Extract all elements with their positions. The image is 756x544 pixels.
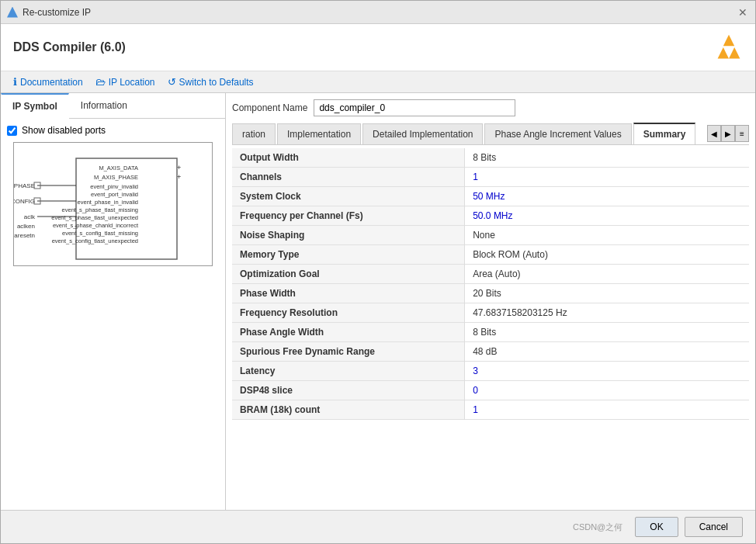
table-cell-value: 3 (465, 362, 749, 381)
table-cell-key: BRAM (18k) count (232, 400, 465, 420)
tab-phase-angle[interactable]: Phase Angle Increment Values (484, 123, 631, 144)
table-cell-key: Phase Angle Width (232, 323, 465, 342)
tabs-row: ration Implementation Detailed Implement… (232, 123, 749, 145)
xilinx-logo (715, 33, 743, 61)
show-disabled-ports-label: Show disabled ports (22, 125, 106, 136)
switch-to-defaults-label: Switch to Defaults (179, 77, 254, 88)
svg-text:event_port_invalid: event_port_invalid (91, 191, 138, 198)
svg-text:event_phase_in_invalid: event_phase_in_invalid (78, 199, 138, 206)
header: DDS Compiler (6.0) (1, 24, 755, 71)
table-cell-key: Frequency per Channel (Fs) (232, 206, 465, 226)
documentation-button[interactable]: ℹ Documentation (13, 76, 83, 88)
table-cell-value: 50.0 MHz (465, 206, 749, 226)
tab-ip-symbol[interactable]: IP Symbol (1, 93, 69, 119)
tab-menu-button[interactable]: ≡ (735, 125, 749, 142)
bottom-bar: CSDN@之何 OK Cancel (1, 510, 755, 543)
ip-symbol-svg: S_AXIS_PHASE S_AXIS_CONFIG aclk aclken a… (14, 143, 212, 266)
table-cell-value: 50 MHz (465, 187, 749, 206)
summary-content: Output Width8 BitsChannels1System Clock5… (232, 145, 749, 504)
table-cell-value: 1 (465, 168, 749, 187)
tab-nav: ◀ ▶ ≡ (707, 125, 749, 142)
table-cell-key: Output Width (232, 148, 465, 168)
ip-location-button[interactable]: 🗁 IP Location (95, 76, 155, 88)
info-icon: ℹ (13, 76, 17, 88)
table-cell-value: 20 Bits (465, 284, 749, 303)
table-row: Noise ShapingNone (232, 226, 749, 245)
table-row: Latency3 (232, 362, 749, 381)
svg-marker-0 (723, 35, 734, 46)
table-cell-value: None (465, 226, 749, 245)
show-disabled-ports-checkbox[interactable] (7, 126, 17, 136)
tab-implementation[interactable]: Implementation (277, 123, 361, 144)
svg-marker-2 (729, 47, 740, 58)
svg-text:S_AXIS_CONFIG: S_AXIS_CONFIG (14, 198, 35, 205)
table-cell-key: Memory Type (232, 245, 465, 265)
show-disabled-ports-row: Show disabled ports (7, 125, 219, 136)
svg-text:event_s_config_tlast_unexpecte: event_s_config_tlast_unexpected (52, 237, 138, 244)
main-window: Re-customize IP ✕ DDS Compiler (6.0) ℹ D… (0, 0, 756, 544)
table-cell-key: Noise Shaping (232, 226, 465, 245)
table-row: System Clock50 MHz (232, 187, 749, 206)
svg-text:event_s_phase_chanld_incorrect: event_s_phase_chanld_incorrect (53, 222, 139, 229)
table-cell-key: Optimization Goal (232, 265, 465, 284)
left-tab-content: Show disabled ports S_AXIS_PHASE S_AXIS_… (1, 119, 225, 510)
component-name-label: Component Name (232, 102, 307, 113)
svg-text:+: + (177, 173, 181, 181)
tab-ration[interactable]: ration (232, 123, 276, 144)
svg-text:event_pinv_invalid: event_pinv_invalid (90, 183, 138, 190)
title-bar-left: Re-customize IP (7, 7, 91, 18)
watermark: CSDN@之何 (573, 521, 622, 533)
table-cell-key: DSP48 slice (232, 381, 465, 400)
title-bar: Re-customize IP ✕ (1, 1, 755, 24)
left-panel: IP Symbol Information Show disabled port… (1, 93, 226, 510)
table-cell-value: 1 (465, 400, 749, 420)
svg-marker-1 (718, 47, 729, 58)
svg-text:event_s_phase_tlast_missing: event_s_phase_tlast_missing (62, 206, 138, 213)
ip-symbol-box: S_AXIS_PHASE S_AXIS_CONFIG aclk aclken a… (13, 142, 213, 266)
summary-table: Output Width8 BitsChannels1System Clock5… (232, 148, 749, 420)
table-cell-key: System Clock (232, 187, 465, 206)
svg-text:+: + (177, 164, 181, 172)
refresh-icon: ↺ (168, 76, 176, 88)
table-row: BRAM (18k) count1 (232, 400, 749, 420)
tab-prev-button[interactable]: ◀ (707, 125, 721, 142)
folder-icon: 🗁 (95, 76, 106, 88)
svg-text:M_AXIS_PHASE: M_AXIS_PHASE (94, 174, 138, 181)
component-name-input[interactable] (314, 99, 515, 116)
table-cell-value: 47.6837158203125 Hz (465, 303, 749, 323)
table-cell-key: Frequency Resolution (232, 303, 465, 323)
window-title: Re-customize IP (23, 7, 91, 18)
toolbar: ℹ Documentation 🗁 IP Location ↺ Switch t… (1, 71, 755, 93)
tab-next-button[interactable]: ▶ (721, 125, 735, 142)
left-tabs: IP Symbol Information (1, 93, 225, 119)
component-name-row: Component Name (232, 99, 749, 116)
tab-detailed-implementation[interactable]: Detailed Implementation (362, 123, 483, 144)
switch-to-defaults-button[interactable]: ↺ Switch to Defaults (168, 76, 254, 88)
table-cell-key: Spurious Free Dynamic Range (232, 342, 465, 362)
table-row: Phase Width20 Bits (232, 284, 749, 303)
close-button[interactable]: ✕ (737, 6, 749, 19)
svg-text:M_AXIS_DATA: M_AXIS_DATA (99, 165, 138, 172)
svg-text:event_s_phase_tlast_unexpected: event_s_phase_tlast_unexpected (51, 214, 138, 221)
table-cell-value: 8 Bits (465, 323, 749, 342)
tab-information[interactable]: Information (69, 93, 139, 118)
table-cell-value: 48 dB (465, 342, 749, 362)
right-panel: Component Name ration Implementation Det… (226, 93, 755, 510)
table-row: DSP48 slice0 (232, 381, 749, 400)
table-cell-value: 8 Bits (465, 148, 749, 168)
table-row: Frequency per Channel (Fs)50.0 MHz (232, 206, 749, 226)
ip-location-label: IP Location (109, 77, 155, 88)
ok-button[interactable]: OK (635, 517, 678, 537)
table-cell-value: 0 (465, 381, 749, 400)
table-row: Channels1 (232, 168, 749, 187)
documentation-label: Documentation (20, 77, 83, 88)
table-cell-key: Latency (232, 362, 465, 381)
table-cell-key: Channels (232, 168, 465, 187)
tab-summary[interactable]: Summary (633, 123, 696, 144)
svg-text:aclken: aclken (17, 223, 35, 230)
table-row: Frequency Resolution47.6837158203125 Hz (232, 303, 749, 323)
table-cell-value: Block ROM (Auto) (465, 245, 749, 265)
cancel-button[interactable]: Cancel (685, 517, 743, 537)
table-cell-value: Area (Auto) (465, 265, 749, 284)
app-icon (7, 7, 18, 18)
